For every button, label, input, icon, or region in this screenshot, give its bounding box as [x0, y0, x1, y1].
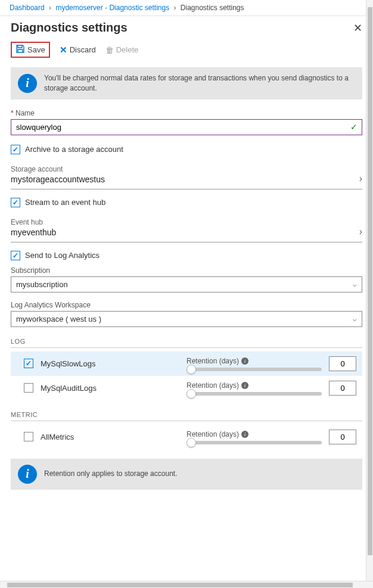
metric-name: AllMetrics	[41, 433, 74, 441]
metric-row: AllMetrics Retention (days) i	[11, 425, 362, 449]
event-hub-label: Event hub	[11, 218, 56, 226]
metric-checkbox[interactable]	[24, 432, 33, 441]
archive-checkbox[interactable]: ✓	[11, 145, 20, 154]
log-analytics-checkbox-label: Send to Log Analytics	[25, 251, 100, 260]
breadcrumb: Dashboard › mydemoserver - Diagnostic se…	[0, 0, 373, 16]
delete-button-label: Delete	[116, 45, 139, 54]
info-icon[interactable]: i	[241, 357, 248, 365]
chevron-right-icon: ›	[359, 226, 362, 237]
archive-checkbox-label: Archive to a storage account	[25, 145, 123, 154]
slider-thumb[interactable]	[186, 438, 196, 447]
breadcrumb-link[interactable]: mydemoserver - Diagnostic settings	[55, 4, 169, 12]
chevron-right-icon: ›	[49, 4, 51, 12]
info-icon: i	[18, 465, 37, 484]
discard-button-label: Discard	[70, 45, 96, 54]
info-icon[interactable]: i	[241, 382, 248, 389]
vertical-scrollbar[interactable]	[366, 0, 373, 509]
checkmark-icon: ✓	[350, 122, 358, 132]
subscription-label: Subscription	[11, 266, 362, 275]
save-icon	[15, 44, 25, 55]
delete-button: 🗑 Delete	[105, 45, 139, 55]
storage-account-label: Storage account	[11, 165, 105, 173]
info-icon[interactable]: i	[241, 431, 248, 438]
close-icon: ✕	[60, 45, 67, 55]
la-workspace-label: Log Analytics Workspace	[11, 301, 362, 309]
slider-thumb[interactable]	[186, 389, 196, 399]
retention-slider[interactable]	[186, 368, 322, 371]
log-row: ✓ MySqlSlowLogs Retention (days) i	[11, 351, 362, 376]
info-banner: i You'll be charged normal data rates fo…	[11, 67, 362, 99]
retention-slider[interactable]	[186, 392, 322, 396]
stream-checkbox-label: Stream to an event hub	[25, 198, 105, 207]
log-row: MySqlAuditLogs Retention (days) i	[11, 376, 362, 400]
subscription-select[interactable]: mysubscription ⌵	[11, 276, 362, 293]
breadcrumb-link[interactable]: Dashboard	[10, 4, 45, 12]
name-label: Name	[11, 109, 362, 117]
name-input[interactable]	[11, 119, 362, 135]
stream-checkbox[interactable]: ✓	[11, 198, 20, 207]
discard-button[interactable]: ✕ Discard	[60, 45, 96, 55]
info-icon: i	[18, 74, 37, 93]
storage-account-picker[interactable]: Storage account mystorageaccountwestus ›	[11, 160, 362, 189]
metric-section-header: METRIC	[11, 411, 362, 421]
retention-label: Retention (days)	[186, 381, 239, 390]
log-checkbox[interactable]	[24, 383, 33, 393]
chevron-down-icon: ⌵	[353, 281, 357, 288]
info-text: Retention only applies to storage accoun…	[44, 469, 177, 479]
log-checkbox[interactable]: ✓	[24, 359, 33, 368]
log-name: MySqlSlowLogs	[41, 359, 96, 368]
chevron-right-icon: ›	[173, 4, 176, 12]
log-section-header: LOG	[11, 338, 362, 348]
info-text: You'll be charged normal data rates for …	[44, 73, 355, 94]
storage-account-value: mystorageaccountwestus	[11, 175, 105, 184]
la-workspace-select[interactable]: myworkspace ( west us ) ⌵	[11, 311, 362, 327]
chevron-down-icon: ⌵	[353, 315, 357, 323]
retention-input[interactable]	[329, 381, 356, 396]
info-banner: i Retention only applies to storage acco…	[11, 459, 362, 490]
retention-slider[interactable]	[186, 441, 322, 444]
slider-thumb[interactable]	[186, 365, 196, 374]
retention-label: Retention (days)	[186, 430, 239, 438]
trash-icon: 🗑	[105, 45, 114, 55]
log-analytics-checkbox[interactable]: ✓	[11, 251, 20, 260]
save-button-label: Save	[27, 45, 45, 54]
chevron-right-icon: ›	[359, 173, 362, 184]
event-hub-picker[interactable]: Event hub myeventhub ›	[11, 213, 362, 242]
save-button[interactable]: Save	[15, 44, 45, 55]
event-hub-value: myeventhub	[11, 228, 56, 237]
close-icon[interactable]: ✕	[353, 21, 362, 35]
retention-input[interactable]	[329, 356, 356, 371]
page-title: Diagnostics settings	[11, 21, 128, 35]
subscription-value: mysubscription	[16, 280, 68, 289]
retention-input[interactable]	[329, 430, 356, 444]
la-workspace-value: myworkspace ( west us )	[16, 315, 101, 323]
log-name: MySqlAuditLogs	[41, 384, 97, 393]
breadcrumb-current: Diagnostics settings	[181, 4, 244, 12]
retention-label: Retention (days)	[186, 357, 239, 365]
